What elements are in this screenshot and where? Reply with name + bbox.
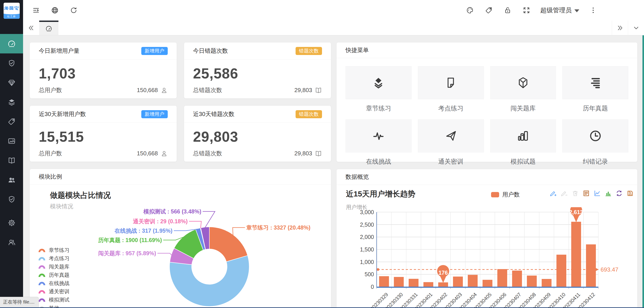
collapse-menu-button[interactable] (31, 5, 41, 15)
bar-20230408[interactable] (527, 276, 537, 287)
data-overview-card: 数据概览 近15天用户增长趋势 用户数 用户增长 05001,0001,5002… (336, 169, 637, 308)
pie-legend-item-闯关题库[interactable]: 闯关题库 (38, 264, 70, 270)
bar-20230331[interactable] (409, 279, 418, 287)
bar-20230406[interactable] (497, 269, 507, 287)
lock-screen-button[interactable] (503, 5, 512, 15)
quick-menu-item-2[interactable]: 闯关题库 (490, 66, 556, 113)
sidebar-item-audit[interactable] (0, 53, 23, 73)
toolbox-edit-minus-button[interactable] (561, 190, 568, 197)
toolbox-edit-add-button[interactable] (550, 190, 557, 197)
toolbox-save-image-button[interactable] (626, 190, 634, 197)
bar-20230409[interactable] (542, 279, 552, 287)
sidebar-item-users[interactable] (0, 170, 23, 189)
pie-legend-item-通关密训[interactable]: 通关密训 (38, 289, 70, 295)
stat-card-footer: 总错题次数29,803 (184, 82, 331, 94)
bar-20230330[interactable] (394, 277, 404, 287)
tabs-scroll-right-button[interactable] (612, 20, 628, 35)
chart-toolbox (550, 190, 634, 197)
theme-button[interactable] (465, 5, 475, 15)
toolbox-line-type-button[interactable] (594, 190, 601, 197)
quick-menu-item-3[interactable]: 历年真题 (562, 66, 628, 113)
sidebar-item-tags[interactable] (0, 112, 23, 131)
sidebar-item-permissions[interactable] (0, 189, 23, 209)
sidebar-item-chapters[interactable] (0, 92, 23, 112)
bar-20230402[interactable] (438, 282, 448, 287)
language-button[interactable] (50, 5, 60, 15)
quick-menu-item-5[interactable]: 通关密训 (418, 119, 484, 166)
bar-20230412[interactable] (586, 244, 596, 287)
app-logo-subtitle: 社工师 (4, 15, 20, 18)
pie-legend-item-章节练习[interactable]: 章节练习 (38, 247, 70, 253)
globe-icon (51, 6, 59, 14)
stat-card-2: 近30天新增用户数新增用户15,515总用户数150,668 (30, 106, 177, 161)
bar-20230405[interactable] (482, 280, 492, 287)
pie-legend-label: 在线挑战 (49, 280, 70, 287)
sidebar-item-questions[interactable] (0, 151, 23, 170)
refresh-icon (70, 6, 78, 14)
pie-label-在线挑战: 在线挑战 : 317 (1.95%) (115, 227, 172, 234)
bar-chart[interactable]: 05001,0001,5002,0002,5003,00020230329202… (336, 207, 637, 308)
toolbox-clear-button[interactable] (572, 190, 579, 197)
right-column: 快捷菜单 章节练习考点练习闯关题库历年真题在线挑战通关密训模拟试题纠错记录 数据… (336, 42, 637, 308)
quick-menu-title: 快捷菜单 (346, 46, 369, 54)
pie-legend-label: 模拟测试 (49, 296, 70, 303)
sidebar-item-dashboard[interactable] (0, 34, 23, 53)
markpoint-label: 176 (438, 270, 448, 276)
quick-menu-header: 快捷菜单 (336, 42, 637, 58)
kebab-menu-button[interactable] (588, 5, 598, 15)
pie-legend-item-模拟测试[interactable]: 模拟测试 (38, 297, 70, 303)
quick-menu-item-7[interactable]: 纠错记录 (562, 119, 628, 166)
pie-legend-label: 通关密训 (49, 288, 70, 295)
app-logo[interactable]: 考题宝 社工师 (4, 3, 20, 19)
restore-icon (616, 190, 623, 197)
user-dropdown[interactable]: 超级管理员 (540, 6, 579, 14)
toolbox-restore-button[interactable] (616, 190, 623, 197)
tabs-menu-button[interactable] (628, 20, 644, 35)
tags-view-button[interactable] (484, 5, 494, 15)
pie-label-历年真题: 历年真题 : 1900 (11.69%) (98, 236, 162, 244)
sidebar: 考题宝 社工师 (0, 0, 23, 308)
module-ratio-card: 模块比例 做题模块占比情况 模块情况 章节练习 : 3327 (20.48%)模… (30, 169, 331, 308)
stat-footer-label: 总错题次数 (193, 150, 222, 157)
quick-menu-tile (490, 66, 556, 99)
bar-20230407[interactable] (512, 271, 522, 287)
fullscreen-button[interactable] (522, 5, 531, 15)
browser-status-text: 正在等待 file.... (0, 297, 39, 307)
quick-menu-label: 在线挑战 (346, 157, 412, 166)
stat-card-header: 近30天新增用户数新增用户 (30, 106, 177, 123)
tag-icon (8, 118, 16, 126)
bar-20230403[interactable] (453, 277, 463, 287)
topbar-left-icons (31, 5, 78, 15)
tabs-scroll-left-button[interactable] (23, 20, 39, 35)
quick-menu-item-6[interactable]: 模拟试题 (490, 119, 556, 166)
quick-menu-item-0[interactable]: 章节练习 (346, 66, 412, 113)
quick-menu-item-4[interactable]: 在线挑战 (346, 119, 412, 166)
bar-20230329[interactable] (379, 276, 389, 287)
bar-20230410[interactable] (556, 255, 566, 287)
pie-legend-item-历年真题[interactable]: 历年真题 (38, 272, 70, 278)
refresh-button[interactable] (69, 5, 78, 15)
sidebar-item-vip[interactable] (0, 73, 23, 92)
bar-chart-icon (604, 190, 612, 197)
quick-menu-label: 历年真题 (562, 104, 628, 113)
stat-card-value: 1,703 (30, 59, 177, 82)
pie-legend-marker (38, 290, 46, 294)
stat-card-title: 近30天错题次数 (193, 110, 234, 118)
bar-20230411[interactable] (571, 222, 581, 287)
stat-footer-label: 总错题次数 (193, 86, 222, 94)
pie-slice-章节练习[interactable] (209, 227, 248, 262)
pie-legend-item-考点练习[interactable]: 考点练习 (38, 256, 70, 262)
gauge-icon (46, 25, 52, 32)
tab-dashboard[interactable] (39, 20, 58, 35)
bar-20230404[interactable] (468, 275, 478, 287)
pie-legend-item-在线挑战[interactable]: 在线挑战 (38, 280, 70, 286)
page-scrollbar[interactable] (642, 35, 644, 308)
sidebar-item-banners[interactable] (0, 131, 23, 151)
toolbox-bar-type-button[interactable] (604, 190, 612, 197)
quick-menu-item-1[interactable]: 考点练习 (418, 66, 484, 113)
bar-20230401[interactable] (424, 282, 433, 287)
sidebar-item-settings[interactable] (0, 213, 23, 232)
bar-chart-legend[interactable]: 用户数 (491, 191, 520, 198)
sidebar-item-accounts[interactable] (0, 232, 23, 252)
toolbox-data-view-button[interactable] (583, 190, 590, 197)
